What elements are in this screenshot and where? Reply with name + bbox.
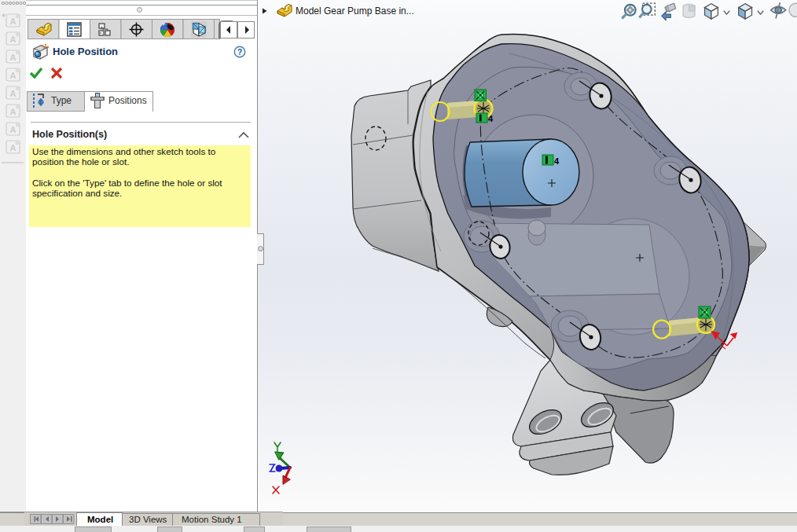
svg-text:Model: Model: [87, 515, 113, 524]
svg-text:Motion Study 1: Motion Study 1: [182, 515, 242, 524]
svg-text:3D Views: 3D Views: [129, 515, 167, 524]
svg-text:4: 4: [554, 156, 560, 166]
svg-text:?: ?: [237, 48, 242, 57]
svg-text:Model Gear Pump Base in...: Model Gear Pump Base in...: [296, 6, 414, 17]
svg-text:4: 4: [488, 114, 494, 123]
